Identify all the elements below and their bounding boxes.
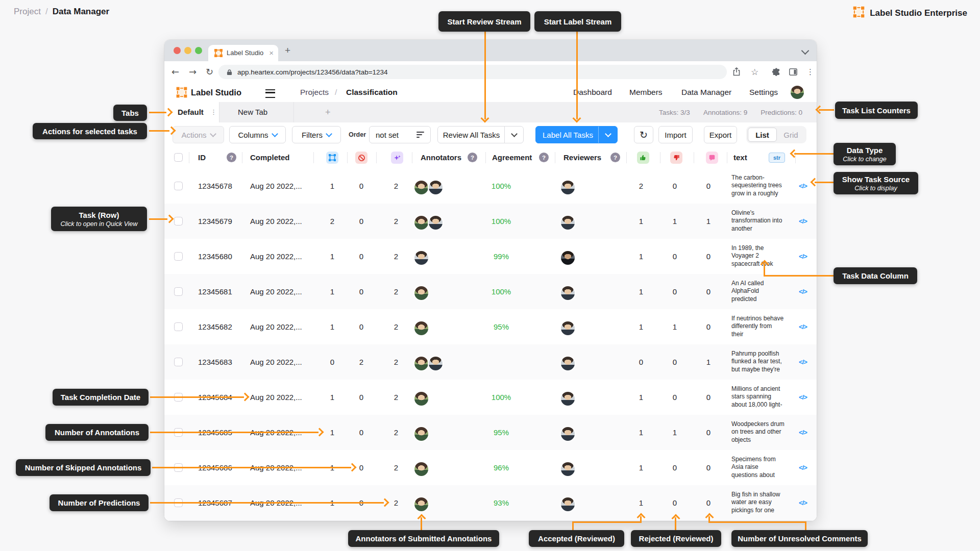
show-source-icon[interactable] <box>795 168 811 204</box>
row-checkbox[interactable] <box>174 252 183 261</box>
rejected-icon[interactable] <box>670 152 682 164</box>
user-avatar[interactable] <box>791 86 804 99</box>
chevron-down-icon <box>210 131 216 137</box>
show-source-icon[interactable] <box>795 204 811 239</box>
row-checkbox[interactable] <box>174 217 183 226</box>
tab-options-kebab-icon[interactable] <box>210 102 217 122</box>
grid-view-button[interactable]: Grid <box>777 128 805 142</box>
label-studio-logo-icon <box>853 6 865 20</box>
nav-breadcrumb-separator: / <box>335 83 337 102</box>
help-icon[interactable] <box>227 153 236 162</box>
header-annotators[interactable]: Annotators <box>421 147 461 168</box>
table-row[interactable]: 12345678Aug 20 2022,...102100%200The car… <box>164 168 817 204</box>
predictions-icon[interactable] <box>391 152 403 164</box>
filters-button[interactable]: Filters <box>292 126 341 143</box>
accepted-icon[interactable] <box>637 152 649 164</box>
table-row[interactable]: 12345683Aug 20 2022,...022001Pahrump poo… <box>164 344 817 380</box>
order-button[interactable]: not set <box>369 126 431 143</box>
back-icon[interactable]: ← <box>172 61 179 83</box>
columns-button[interactable]: Columns <box>229 126 286 143</box>
row-checkbox[interactable] <box>174 182 183 190</box>
close-window-button[interactable] <box>174 47 181 54</box>
callout-tabs: Tabs <box>113 105 147 121</box>
annotator-avatar <box>413 180 429 195</box>
export-button[interactable]: Export <box>704 126 737 143</box>
table-row[interactable]: 12345684Aug 20 2022,...102100%100Million… <box>164 380 817 415</box>
skipped-count: 0 <box>354 415 369 450</box>
reload-icon[interactable]: ↻ <box>206 61 213 83</box>
nav-data-manager[interactable]: Data Manager <box>681 83 731 102</box>
header-completed[interactable]: Completed <box>250 147 290 168</box>
task-data-text: An AI called AlphaFold predicted <box>731 280 785 304</box>
address-bar[interactable]: app.heartex.com/projects/123456/data?tab… <box>218 65 727 79</box>
tab-new-tab[interactable]: New Tab <box>219 102 294 122</box>
show-source-icon[interactable] <box>795 309 811 344</box>
chevron-down-icon[interactable] <box>801 47 810 55</box>
select-all-checkbox[interactable] <box>174 153 183 162</box>
refresh-button[interactable] <box>634 126 653 143</box>
row-checkbox[interactable] <box>174 322 183 331</box>
app-logo-text[interactable]: Label Studio <box>191 83 241 102</box>
skipped-count: 0 <box>354 204 369 239</box>
chevron-down-icon <box>605 131 611 137</box>
help-icon[interactable] <box>610 153 620 162</box>
bookmark-star-icon[interactable]: ☆ <box>751 61 758 83</box>
nav-projects[interactable]: Projects <box>300 83 329 102</box>
show-source-icon[interactable] <box>795 485 811 520</box>
browser-tab[interactable]: Label Studio <box>208 45 278 61</box>
add-view-tab-icon[interactable] <box>325 102 331 122</box>
new-browser-tab-icon[interactable] <box>285 40 290 61</box>
row-checkbox[interactable] <box>174 358 183 366</box>
minimize-window-button[interactable] <box>184 47 191 54</box>
share-icon[interactable] <box>733 67 740 78</box>
help-icon[interactable] <box>468 153 477 162</box>
list-view-button[interactable]: List <box>748 128 777 142</box>
actions-button[interactable]: Actions <box>173 126 224 143</box>
skipped-count: 2 <box>354 344 369 380</box>
table-row[interactable]: 12345680Aug 20 2022,...10299%100In 1989,… <box>164 239 817 274</box>
comments-count: 0 <box>701 168 716 204</box>
show-source-icon[interactable] <box>795 274 811 309</box>
show-source-icon[interactable] <box>795 415 811 450</box>
header-agreement[interactable]: Agreement <box>492 147 532 168</box>
header-text-column[interactable]: text <box>733 147 747 168</box>
predictions-count: 2 <box>388 204 404 239</box>
import-button[interactable]: Import <box>658 126 693 143</box>
show-source-icon[interactable] <box>795 239 811 274</box>
label-dropdown-toggle[interactable] <box>598 127 617 143</box>
review-all-tasks-button[interactable]: Review All Tasks <box>437 126 524 143</box>
task-data-text: Millions of ancient stars spanning about… <box>731 385 785 409</box>
maximize-window-button[interactable] <box>195 47 202 54</box>
nav-settings[interactable]: Settings <box>749 83 778 102</box>
label-all-tasks-button[interactable]: Label All Tasks <box>535 126 618 143</box>
review-dropdown-toggle[interactable] <box>504 127 523 143</box>
header-id[interactable]: ID <box>198 147 206 168</box>
callout-label-stream: Start Label Stream <box>534 11 621 32</box>
nav-members[interactable]: Members <box>629 83 663 102</box>
close-tab-icon[interactable] <box>269 45 274 62</box>
header-reviewers[interactable]: Reviewers <box>564 147 601 168</box>
show-source-icon[interactable] <box>795 380 811 415</box>
table-row[interactable]: 12345679Aug 20 2022,...202100%111Olivine… <box>164 204 817 239</box>
annotations-count-icon[interactable] <box>326 152 338 164</box>
row-checkbox[interactable] <box>174 287 183 296</box>
breadcrumb-parent[interactable]: Project <box>14 7 41 17</box>
show-source-icon[interactable] <box>795 344 811 380</box>
callout-actions: Actions for selected tasks <box>33 123 147 139</box>
forward-icon[interactable]: → <box>189 61 197 83</box>
skipped-count: 0 <box>354 168 369 204</box>
app-header: Label Studio Projects / Classification D… <box>164 83 817 103</box>
extensions-puzzle-icon[interactable] <box>772 68 780 78</box>
hamburger-menu-icon[interactable] <box>265 89 275 98</box>
table-row[interactable]: 12345681Aug 20 2022,...102100%100An AI c… <box>164 274 817 310</box>
comments-icon[interactable] <box>706 152 718 164</box>
data-type-badge[interactable]: str <box>769 153 785 163</box>
table-row[interactable]: 12345682Aug 20 2022,...10295%110If neutr… <box>164 309 817 345</box>
nav-dashboard[interactable]: Dashboard <box>573 83 612 102</box>
skipped-annotations-icon[interactable] <box>355 152 368 164</box>
sidebar-icon[interactable] <box>789 68 797 78</box>
show-source-icon[interactable] <box>795 450 811 485</box>
help-icon[interactable] <box>539 153 549 162</box>
browser-menu-kebab-icon[interactable] <box>806 61 814 83</box>
accepted-count: 1 <box>633 450 649 485</box>
